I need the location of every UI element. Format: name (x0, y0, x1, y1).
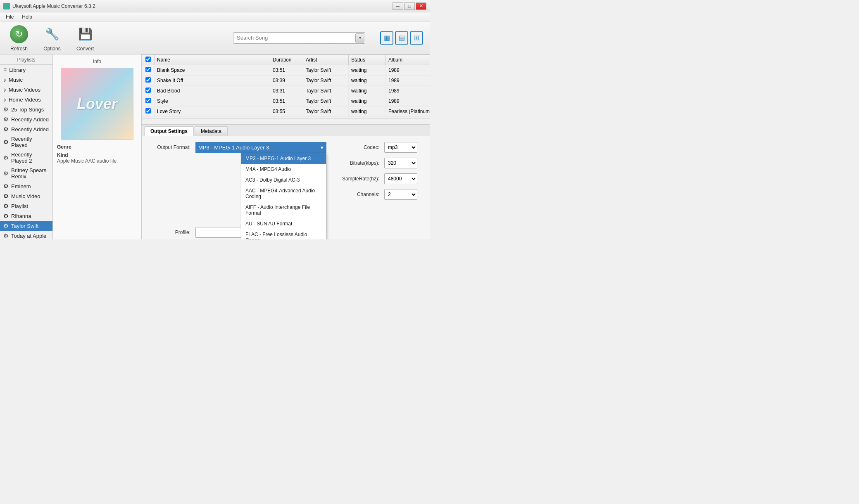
song-panel: Name Duration Artist Status Album Ty Bla… (142, 54, 430, 239)
view-buttons: ▦ ▤ ⊞ (380, 31, 423, 45)
format-option-aiff[interactable]: AIFF - Audio Interchange File Format (241, 202, 326, 218)
format-option-ac3[interactable]: AC3 - Dolby Digital AC-3 (241, 175, 326, 185)
sidebar-item-label: Recently Played 2 (11, 151, 49, 164)
convert-button[interactable]: 💾 Convert (73, 24, 98, 52)
col-header-album[interactable]: Album (386, 55, 430, 65)
sidebar-item-label: Home Videos (9, 97, 41, 103)
close-button[interactable]: ✕ (416, 2, 426, 10)
format-option-m4a[interactable]: M4A - MPEG4 Audio (241, 164, 326, 175)
sidebar-item-eminem[interactable]: ⚙ Eminem (0, 181, 52, 191)
sidebar-item-home-videos[interactable]: ♪ Home Videos (0, 95, 52, 104)
sidebar-item-label: Music Video (11, 193, 40, 199)
row-duration: 03:31 (270, 86, 303, 96)
format-option-au[interactable]: AU - SUN AU Format (241, 218, 326, 229)
sidebar-item-label: Library (9, 67, 26, 73)
sidebar-item-recently-added-2[interactable]: ⚙ Recently Added (0, 124, 52, 134)
codec-select[interactable]: mp3 (384, 142, 417, 153)
tab-metadata[interactable]: Metadata (195, 126, 228, 136)
options-button[interactable]: 🔧 Options (40, 24, 64, 52)
row-checkbox-cell[interactable] (142, 76, 155, 86)
table-row[interactable]: Bad Blood 03:31 Taylor Swift waiting 198… (142, 86, 430, 96)
channels-select[interactable]: 2 (384, 189, 417, 200)
col-header-status[interactable]: Status (349, 55, 386, 65)
sidebar-item-label: Playlist (11, 203, 28, 209)
rihanna-icon: ⚙ (3, 213, 9, 219)
row-checkbox-cell[interactable] (142, 96, 155, 106)
view-compact-button[interactable]: ▤ (395, 31, 408, 45)
menu-help[interactable]: Help (19, 13, 36, 21)
sidebar-item-taylor-swift[interactable]: ⚙ Taylor Swift (0, 221, 52, 231)
sidebar-item-music-videos[interactable]: ♪ Music Videos (0, 85, 52, 95)
options-icon: 🔧 (42, 24, 62, 44)
codec-label: Codec: (339, 144, 384, 150)
refresh-button[interactable]: ↻ Refresh (7, 24, 31, 52)
bitrate-row: Bitrate(kbps): 320 (339, 158, 421, 168)
table-row[interactable]: Style 03:51 Taylor Swift waiting 1989 Ap… (142, 96, 430, 106)
sidebar-item-music[interactable]: ♪ Music (0, 75, 52, 85)
sidebar-item-playlist[interactable]: ⚙ Playlist (0, 201, 52, 211)
row-name: Style (155, 96, 270, 106)
format-option-mp3[interactable]: MP3 - MPEG-1 Audio Layer 3 (241, 153, 326, 164)
minimize-button[interactable]: ─ (393, 2, 403, 10)
recently-played-1-icon: ⚙ (3, 139, 9, 145)
row-checkbox[interactable] (145, 108, 151, 114)
profile-label: Profile: (150, 230, 195, 235)
info-panel: Info Lover Genre Kind Apple Music AAC au… (53, 54, 142, 239)
sidebar-item-recently-played-1[interactable]: ⚙ Recently Played (0, 134, 52, 150)
row-checkbox-cell[interactable] (142, 65, 155, 76)
horizontal-scrollbar[interactable] (142, 118, 430, 124)
sidebar-item-label: Eminem (11, 183, 31, 189)
song-table: Name Duration Artist Status Album Ty Bla… (142, 54, 430, 118)
table-row[interactable]: Blank Space 03:51 Taylor Swift waiting 1… (142, 65, 430, 76)
col-header-name[interactable]: Name (155, 55, 270, 65)
row-checkbox[interactable] (145, 77, 151, 83)
row-checkbox[interactable] (145, 98, 151, 103)
table-row[interactable]: Shake It Off 03:39 Taylor Swift waiting … (142, 76, 430, 86)
album-art-text: Lover (77, 95, 117, 113)
sidebar-item-top25[interactable]: ⚙ 25 Top Songs (0, 104, 52, 114)
tab-output-settings[interactable]: Output Settings (144, 126, 194, 136)
sidebar-item-britney[interactable]: ⚙ Britney Spears Remix (0, 166, 52, 181)
recently-added-2-icon: ⚙ (3, 126, 9, 133)
col-header-check[interactable] (142, 55, 155, 65)
select-all-checkbox[interactable] (145, 57, 151, 62)
row-checkbox[interactable] (145, 67, 151, 72)
search-input[interactable] (233, 32, 365, 44)
sidebar-item-recently-added-1[interactable]: ⚙ Recently Added (0, 114, 52, 124)
row-checkbox[interactable] (145, 88, 151, 93)
format-option-flac[interactable]: FLAC - Free Lossless Audio Codec (241, 229, 326, 239)
sidebar-item-recently-played-2[interactable]: ⚙ Recently Played 2 (0, 150, 52, 166)
format-option-aac[interactable]: AAC - MPEG4-Advanced Audio Coding (241, 185, 326, 202)
view-grid-button[interactable]: ⊞ (410, 31, 423, 45)
selected-format-text: MP3 - MPEG-1 Audio Layer 3 (198, 144, 269, 151)
table-row[interactable]: Love Story 03:55 Taylor Swift waiting Fe… (142, 106, 430, 117)
row-album: 1989 (386, 76, 430, 86)
menu-file[interactable]: File (2, 13, 17, 21)
app-icon (3, 3, 10, 9)
sidebar-item-rihanna[interactable]: ⚙ Rihanna (0, 211, 52, 221)
settings-right: Codec: mp3 Bitrate(kbps): 320 SampleRate… (339, 142, 421, 239)
col-header-duration[interactable]: Duration (270, 55, 303, 65)
sidebar-item-library[interactable]: ≡ Library (0, 65, 52, 75)
samplerate-row: SampleRate(hz): 48000 (339, 173, 421, 184)
row-artist: Taylor Swift (303, 86, 349, 96)
sidebar: Playlists ≡ Library ♪ Music ♪ Music Vide… (0, 54, 53, 239)
search-dropdown-button[interactable]: ▾ (355, 33, 364, 43)
format-dropdown[interactable]: MP3 - MPEG-1 Audio Layer 3 M4A - MPEG4 A… (241, 153, 326, 239)
view-list-button[interactable]: ▦ (380, 31, 393, 45)
row-checkbox-cell[interactable] (142, 86, 155, 96)
row-checkbox-cell[interactable] (142, 106, 155, 117)
refresh-icon: ↻ (9, 24, 29, 44)
codec-row: Codec: mp3 (339, 142, 421, 153)
restore-button[interactable]: □ (404, 2, 415, 10)
sidebar-item-label: Taylor Swift (11, 223, 38, 229)
sidebar-item-today-at-apple[interactable]: ⚙ Today at Apple (0, 231, 52, 239)
bitrate-select[interactable]: 320 (384, 158, 417, 168)
col-header-artist[interactable]: Artist (303, 55, 349, 65)
top25-icon: ⚙ (3, 106, 9, 113)
toolbar: ↻ Refresh 🔧 Options 💾 Convert ▾ ▦ ▤ ⊞ (0, 21, 430, 54)
output-format-selected[interactable]: MP3 - MPEG-1 Audio Layer 3 ▾ (195, 142, 326, 153)
song-table-container[interactable]: Name Duration Artist Status Album Ty Bla… (142, 54, 430, 118)
sidebar-item-music-video[interactable]: ⚙ Music Video (0, 191, 52, 201)
samplerate-select[interactable]: 48000 (384, 173, 417, 184)
